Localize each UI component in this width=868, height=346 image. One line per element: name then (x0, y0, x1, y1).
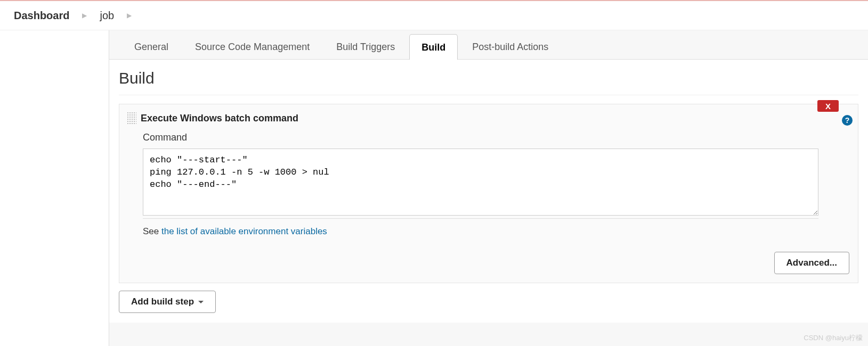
advanced-button[interactable]: Advanced... (774, 252, 849, 274)
chevron-right-icon: ▶ (74, 12, 95, 19)
env-vars-link[interactable]: the list of available environment variab… (161, 226, 327, 236)
tab-bar: General Source Code Management Build Tri… (109, 30, 868, 60)
tab-build[interactable]: Build (409, 34, 458, 60)
tab-post-build[interactable]: Post-build Actions (460, 34, 561, 59)
delete-step-button[interactable]: X (817, 100, 839, 112)
hint-prefix: See (143, 226, 161, 236)
divider (143, 218, 818, 219)
tab-general[interactable]: General (122, 34, 181, 59)
breadcrumb-job[interactable]: job (95, 6, 118, 25)
tab-build-triggers[interactable]: Build Triggers (324, 34, 407, 59)
main-area: General Source Code Management Build Tri… (109, 30, 868, 346)
section-title: Build (119, 66, 858, 95)
build-section: Build X ? Execute Windows batch command … (109, 60, 868, 323)
drag-handle-icon[interactable] (127, 112, 136, 125)
breadcrumb-dashboard[interactable]: Dashboard (10, 6, 74, 25)
chevron-right-icon: ▶ (118, 12, 140, 19)
step-title: Execute Windows batch command (141, 113, 298, 124)
help-icon[interactable]: ? (842, 115, 853, 126)
tab-scm[interactable]: Source Code Management (183, 34, 322, 59)
build-step: X ? Execute Windows batch command Comman… (119, 104, 858, 283)
add-build-step-button[interactable]: Add build step (119, 291, 216, 313)
command-label: Command (143, 132, 849, 143)
breadcrumb: Dashboard ▶ job ▶ (0, 0, 868, 30)
env-vars-hint: See the list of available environment va… (143, 226, 849, 237)
command-textarea[interactable] (143, 149, 818, 216)
